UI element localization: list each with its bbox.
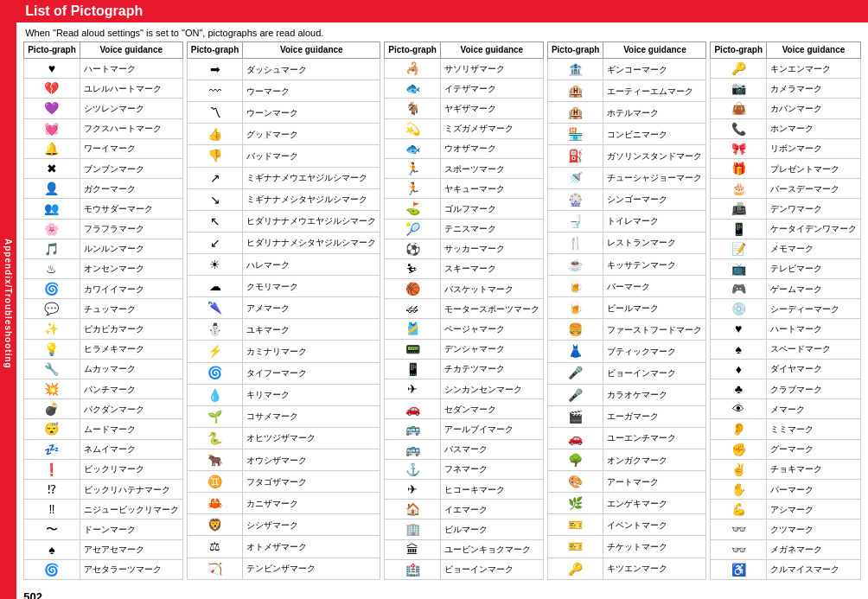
voice-cell: プレゼントマーク bbox=[767, 158, 861, 178]
voice-cell: ピカピカマーク bbox=[80, 319, 182, 339]
picto-cell: ❗ bbox=[24, 459, 80, 479]
picto-cell: 👎 bbox=[187, 145, 243, 167]
picto-cell: ⚡ bbox=[187, 341, 243, 362]
voice-cell: ダイヤマーク bbox=[767, 359, 861, 379]
picto-cell: 🎀 bbox=[711, 138, 767, 158]
table-row: 🏎モータースポーツマーク bbox=[385, 299, 544, 319]
table-row: 😴ムードマーク bbox=[24, 419, 183, 439]
table-row: 🚽トイレマーク bbox=[547, 210, 706, 232]
table-row: 🍺バーマーク bbox=[547, 276, 706, 297]
table-row: 🚌バスマーク bbox=[385, 439, 544, 459]
picto-cell: 🎵 bbox=[24, 239, 80, 258]
picto-cell: 〜 bbox=[24, 519, 80, 539]
table-row: ☀ハレマーク bbox=[187, 253, 380, 275]
voice-cell: セダンマーク bbox=[440, 399, 543, 419]
picto-cell: 〰 bbox=[187, 80, 243, 102]
picto-cell: 👁 bbox=[711, 399, 767, 419]
table-row: 👜カバンマーク bbox=[711, 99, 861, 118]
picto-cell: ⛄ bbox=[187, 319, 243, 341]
table-row: 📺テレビマーク bbox=[711, 258, 861, 278]
table-row: 🎨アートマーク bbox=[547, 471, 706, 493]
voice-cell: レストランマーク bbox=[603, 232, 706, 253]
table-row: 👎バッドマーク bbox=[187, 145, 380, 167]
voice-cell: チョキマーク bbox=[767, 459, 861, 479]
table-row: 💫ミズガメザマーク bbox=[385, 118, 544, 138]
picto-cell: ⛷ bbox=[385, 258, 441, 278]
picto-cell: 🦂 bbox=[385, 59, 441, 79]
picto-cell: ‼ bbox=[24, 500, 80, 519]
table-row: 🎮ゲームマーク bbox=[711, 279, 861, 299]
voice-cell: ビックリハテナマーク bbox=[80, 479, 182, 499]
picto-cell: ☀ bbox=[187, 253, 243, 275]
voice-cell: フネマーク bbox=[440, 459, 543, 479]
picto-cell: 👓 bbox=[711, 519, 767, 539]
table-row: ⛳ゴルフマーク bbox=[385, 199, 544, 219]
picto-cell: ♊ bbox=[187, 471, 243, 493]
table-row: ↘ミギナナメシタヤジルシマーク bbox=[187, 188, 380, 210]
voice-cell: バースデーマーク bbox=[767, 179, 861, 199]
voice-cell: トイレマーク bbox=[603, 210, 706, 232]
table-row: ✊グーマーク bbox=[711, 439, 861, 459]
picto-cell: 🚗 bbox=[547, 427, 603, 449]
voice-cell: ウーマーク bbox=[243, 80, 380, 102]
picto-cell: 👍 bbox=[187, 124, 243, 145]
voice-cell: フラフラマーク bbox=[80, 219, 182, 239]
voice-cell: クモリマーク bbox=[243, 276, 380, 297]
picto-cell: 🦀 bbox=[187, 493, 243, 514]
picto-cell: 📟 bbox=[385, 339, 441, 359]
picto-cell: 🌳 bbox=[547, 449, 603, 470]
table-row: 🦁シシザマーク bbox=[187, 514, 380, 536]
picto-cell: 🎤 bbox=[547, 384, 603, 405]
table-row: ♨オンセンマーク bbox=[24, 258, 183, 278]
table-row: 🏠イエマーク bbox=[385, 500, 544, 519]
voice-cell: テレビマーク bbox=[767, 258, 861, 278]
voice-cell: ビルマーク bbox=[440, 519, 543, 539]
voice-cell: ヒダリナナメシタヤジルシマーク bbox=[243, 232, 380, 253]
picto-cell: 💓 bbox=[24, 118, 80, 138]
picto-cell: 🏠 bbox=[385, 500, 441, 519]
picto-cell: 📱 bbox=[385, 359, 441, 379]
table-row: 🚗ユーエンチマーク bbox=[547, 427, 706, 449]
voice-cell: シンゴーマーク bbox=[603, 188, 706, 210]
picto-cell: 🎽 bbox=[385, 319, 441, 339]
picto-cell: 🎁 bbox=[711, 158, 767, 178]
voice-cell: カバンマーク bbox=[767, 99, 861, 118]
voice-cell: ゴルフマーク bbox=[440, 199, 543, 219]
table-row: ⚓フネマーク bbox=[385, 459, 544, 479]
table-row: 👓メガネマーク bbox=[711, 539, 861, 559]
picto-cell: ⛳ bbox=[385, 199, 441, 219]
table-row: ♥ハートマーク bbox=[711, 319, 861, 339]
voice-cell: ヒダリナナメウエヤジルシマーク bbox=[243, 210, 380, 232]
table-row: 🐟イテザマーク bbox=[385, 79, 544, 99]
voice-cell: グーマーク bbox=[767, 439, 861, 459]
voice-cell: エンゲキマーク bbox=[603, 493, 706, 514]
voice-cell: チカテツマーク bbox=[440, 359, 543, 379]
picto-cell: 👜 bbox=[711, 99, 767, 118]
voice-cell: ゲームマーク bbox=[767, 279, 861, 299]
voice-cell: ニジュービックリマーク bbox=[80, 500, 182, 519]
table-row: 💜シツレンマーク bbox=[24, 99, 183, 118]
voice-cell: バスマーク bbox=[440, 439, 543, 459]
voice-cell: デンワマーク bbox=[767, 199, 861, 219]
picto-cell: 📺 bbox=[711, 258, 767, 278]
table-row: 🎫イベントマーク bbox=[547, 514, 706, 536]
picto-cell: ♦ bbox=[711, 359, 767, 379]
table-row: ⚖オトメザマーク bbox=[187, 536, 380, 558]
table-row: ☁クモリマーク bbox=[187, 276, 380, 297]
voice-cell: ヒラメキマーク bbox=[80, 339, 182, 359]
picto-cell: 🎡 bbox=[547, 188, 603, 210]
col-header-picto: Picto-graph bbox=[711, 42, 767, 59]
table-row: 🍺ビールマーク bbox=[547, 297, 706, 319]
table-row: ✌チョキマーク bbox=[711, 459, 861, 479]
picto-cell: 🎫 bbox=[547, 514, 603, 536]
voice-cell: ケータイデンワマーク bbox=[767, 219, 861, 239]
picto-cell: 🎾 bbox=[385, 219, 441, 239]
picto-cell: ⁉ bbox=[24, 479, 80, 499]
picto-cell: 🌸 bbox=[24, 219, 80, 239]
voice-cell: エーガマーク bbox=[603, 405, 706, 427]
voice-cell: ブティックマーク bbox=[603, 341, 706, 362]
table-row: 📟デンシャマーク bbox=[385, 339, 544, 359]
picto-cell: 🍔 bbox=[547, 319, 603, 341]
picto-cell: 🔑 bbox=[711, 59, 767, 79]
voice-cell: オヒツジザマーク bbox=[243, 427, 380, 449]
